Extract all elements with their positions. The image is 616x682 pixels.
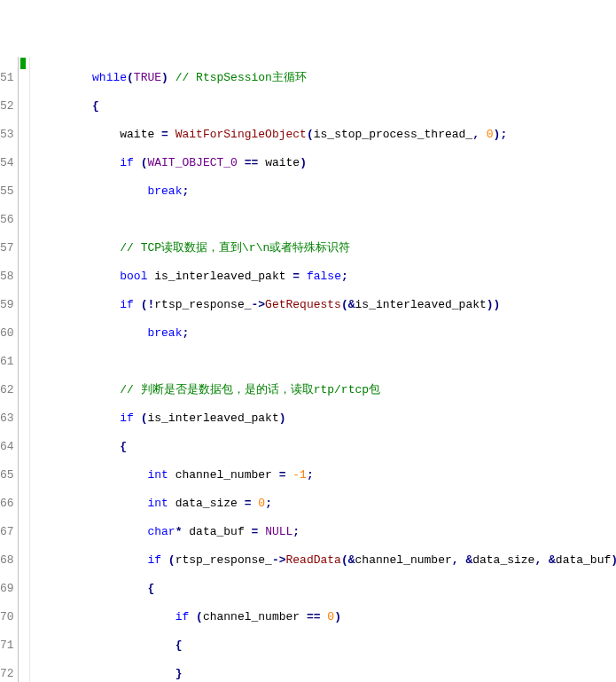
keyword-break: break [147, 184, 182, 198]
keyword-if: if [175, 610, 190, 623]
code-line[interactable]: break; [37, 326, 616, 341]
identifier: is_interleaved_pakt [154, 270, 285, 283]
code-line[interactable]: int data_size = 0; [37, 497, 616, 511]
code-line[interactable]: // TCP读取数据，直到\r\n或者特殊标识符 [37, 241, 616, 255]
code-line[interactable]: { [37, 440, 616, 454]
fn-getrequests: GetRequests [265, 298, 341, 311]
identifier: is_interleaved_pakt [147, 412, 278, 425]
code-editor[interactable]: 51 52 53 54 55 56 57 58 59 60 61 62 63 6… [0, 57, 616, 682]
keyword-if: if [120, 156, 134, 169]
macro-true: TRUE [134, 71, 161, 84]
code-line[interactable]: if (rtsp_response_->ReadData(&channel_nu… [37, 553, 616, 568]
change-marker [20, 58, 26, 69]
code-line[interactable]: if (is_interleaved_pakt) [37, 412, 616, 426]
line-number: 52 [0, 99, 14, 114]
macro: WAIT_OBJECT_0 [147, 156, 237, 169]
code-line[interactable]: break; [37, 184, 616, 199]
identifier: rtsp_response_ [175, 553, 272, 567]
identifier: data_buf [189, 525, 244, 538]
code-area[interactable]: while(TRUE) // RtspSession主循环 { waite = … [30, 57, 616, 682]
line-number: 68 [0, 553, 14, 568]
identifier: data_buf [556, 553, 611, 567]
line-number: 69 [0, 582, 14, 596]
line-number: 66 [0, 497, 14, 511]
line-number: 62 [0, 383, 14, 397]
keyword-int: int [147, 497, 168, 510]
code-line[interactable]: if (channel_number == 0) [37, 610, 616, 624]
code-line[interactable]: if (WAIT_OBJECT_0 == waite) [37, 156, 616, 170]
keyword-while: while [92, 71, 127, 84]
code-line[interactable]: // 判断是否是数据包，是的话，读取rtp/rtcp包 [37, 383, 616, 397]
comment: // 判断是否是数据包，是的话，读取rtp/rtcp包 [120, 383, 380, 396]
line-number: 70 [0, 610, 14, 624]
keyword-break: break [147, 326, 182, 340]
code-line[interactable] [37, 213, 616, 227]
line-number-gutter: 51 52 53 54 55 56 57 58 59 60 61 62 63 6… [0, 57, 19, 682]
code-line[interactable] [37, 355, 616, 369]
line-number: 63 [0, 412, 14, 426]
line-number: 55 [0, 184, 14, 199]
code-line[interactable]: char* data_buf = NULL; [37, 525, 616, 539]
keyword-if: if [147, 553, 161, 567]
line-number: 59 [0, 298, 14, 312]
number: -1 [292, 468, 307, 482]
comment: // RtspSession主循环 [175, 71, 307, 84]
line-number: 57 [0, 241, 14, 255]
identifier: channel_number [355, 553, 452, 567]
line-number: 51 [0, 71, 14, 85]
code-line[interactable]: } [37, 667, 616, 681]
line-number: 56 [0, 213, 14, 227]
line-number: 53 [0, 128, 14, 142]
code-line[interactable]: waite = WaitForSingleObject(is_stop_proc… [37, 128, 616, 142]
code-line[interactable]: { [37, 582, 616, 596]
identifier: waite [120, 128, 154, 141]
keyword-false: false [307, 270, 341, 283]
identifier: rtsp_response_ [154, 298, 251, 311]
identifier: is_interleaved_pakt [355, 298, 487, 311]
identifier: channel_number [203, 610, 300, 623]
number: 0 [327, 610, 334, 623]
line-number: 67 [0, 525, 14, 539]
code-line[interactable]: bool is_interleaved_pakt = false; [37, 270, 616, 284]
line-number: 65 [0, 468, 14, 482]
code-line[interactable]: { [37, 99, 616, 114]
identifier: channel_number [175, 468, 272, 482]
line-number: 72 [0, 667, 14, 681]
line-number: 64 [0, 440, 14, 454]
keyword-if: if [120, 412, 134, 425]
number: 0 [258, 497, 265, 510]
fn-readdata: ReadData [286, 553, 341, 567]
code-line[interactable]: { [37, 639, 616, 653]
code-line[interactable]: while(TRUE) // RtspSession主循环 [37, 71, 616, 85]
identifier: data_size [175, 497, 238, 510]
change-marker-column [19, 57, 30, 682]
keyword-int: int [147, 468, 168, 482]
code-line[interactable]: if (!rtsp_response_->GetRequests(&is_int… [37, 298, 616, 312]
macro-null: NULL [265, 525, 292, 538]
line-number: 60 [0, 326, 14, 341]
identifier: data_size [472, 553, 534, 567]
line-number: 71 [0, 639, 14, 653]
identifier: is_stop_process_thread_ [314, 128, 472, 141]
line-number: 58 [0, 270, 14, 284]
line-number: 61 [0, 355, 14, 369]
keyword-char: char [147, 525, 175, 538]
identifier: waite [265, 156, 300, 169]
keyword-if: if [120, 298, 134, 311]
comment: // TCP读取数据，直到\r\n或者特殊标识符 [120, 241, 350, 255]
fn-wait: WaitForSingleObject [175, 128, 307, 141]
number: 0 [487, 128, 494, 141]
code-line[interactable]: int channel_number = -1; [37, 468, 616, 482]
keyword-bool: bool [120, 270, 147, 283]
line-number: 54 [0, 156, 14, 170]
